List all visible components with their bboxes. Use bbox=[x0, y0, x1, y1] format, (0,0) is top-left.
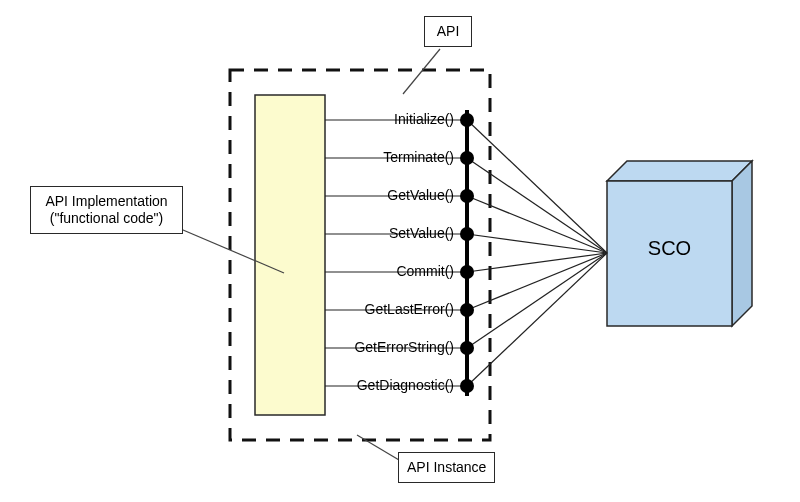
svg-line-16 bbox=[467, 253, 607, 310]
api-label-box: API bbox=[424, 16, 472, 47]
svg-point-25 bbox=[460, 341, 474, 355]
method-getvalue-text: GetValue() bbox=[387, 187, 454, 203]
svg-line-17 bbox=[467, 253, 607, 348]
svg-point-24 bbox=[460, 303, 474, 317]
method-geterrorstring: GetErrorString() bbox=[330, 339, 454, 355]
method-setvalue-text: SetValue() bbox=[389, 225, 454, 241]
sco-label-text: SCO bbox=[648, 237, 691, 259]
method-setvalue: SetValue() bbox=[330, 225, 454, 241]
api-instance-text: API Instance bbox=[407, 459, 486, 475]
method-commit: Commit() bbox=[330, 263, 454, 279]
svg-line-14 bbox=[467, 234, 607, 253]
method-terminate: Terminate() bbox=[330, 149, 454, 165]
sco-label: SCO bbox=[607, 237, 732, 260]
svg-line-13 bbox=[467, 196, 607, 253]
svg-line-11 bbox=[467, 120, 607, 253]
method-initialize: Initialize() bbox=[330, 111, 454, 127]
port-to-sco-lines bbox=[467, 120, 607, 386]
svg-point-22 bbox=[460, 227, 474, 241]
api-instance-label-box: API Instance bbox=[398, 452, 495, 483]
svg-point-21 bbox=[460, 189, 474, 203]
svg-marker-0 bbox=[607, 161, 752, 181]
svg-marker-1 bbox=[732, 161, 752, 326]
svg-point-23 bbox=[460, 265, 474, 279]
svg-point-20 bbox=[460, 151, 474, 165]
svg-line-18 bbox=[467, 253, 607, 386]
method-getvalue: GetValue() bbox=[330, 187, 454, 203]
api-label-text: API bbox=[437, 23, 460, 39]
method-initialize-text: Initialize() bbox=[394, 111, 454, 127]
api-impl-line2: ("functional code") bbox=[39, 210, 174, 227]
method-getlasterror-text: GetLastError() bbox=[365, 301, 454, 317]
svg-line-15 bbox=[467, 253, 607, 272]
method-getlasterror: GetLastError() bbox=[330, 301, 454, 317]
method-getdiagnostic-text: GetDiagnostic() bbox=[357, 377, 454, 393]
svg-line-12 bbox=[467, 158, 607, 253]
svg-point-19 bbox=[460, 113, 474, 127]
api-impl-line1: API Implementation bbox=[39, 193, 174, 210]
api-impl-label-box: API Implementation ("functional code") bbox=[30, 186, 183, 234]
method-geterrorstring-text: GetErrorString() bbox=[354, 339, 454, 355]
method-terminate-text: Terminate() bbox=[383, 149, 454, 165]
method-getdiagnostic: GetDiagnostic() bbox=[330, 377, 454, 393]
svg-point-26 bbox=[460, 379, 474, 393]
method-commit-text: Commit() bbox=[396, 263, 454, 279]
impl-rect bbox=[255, 95, 325, 415]
